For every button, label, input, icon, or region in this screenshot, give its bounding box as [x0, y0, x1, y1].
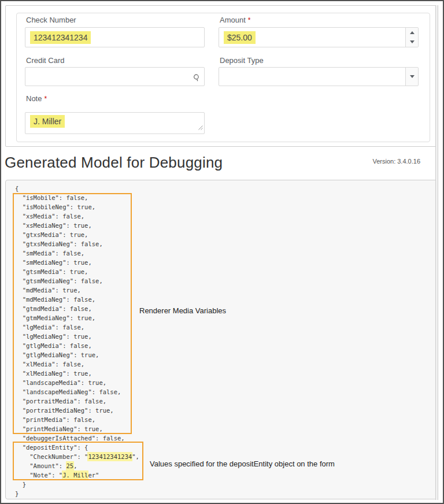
page: Check Number 123412341234 Amount* $25.00… [0, 0, 444, 504]
check-number-input[interactable]: 123412341234 [25, 27, 205, 47]
code-line: } [15, 480, 139, 489]
code-line: "Amount": 25, [15, 461, 139, 470]
note-textarea[interactable]: J. Miller [25, 112, 205, 134]
chevron-down-icon [410, 75, 415, 78]
code-line: "gtmMediaNeg": true, [15, 313, 139, 323]
arrow-down-icon [410, 40, 415, 43]
code-line: "isMobile": false, [15, 193, 139, 202]
note-label-text: Note [26, 94, 42, 103]
code-line: "smMedia": false, [15, 249, 139, 258]
spin-up-button[interactable] [406, 28, 418, 38]
code-line: "gtxsMedia": true, [15, 230, 139, 239]
code-line: "xsMedia": false, [15, 212, 139, 221]
arrow-up-icon [410, 31, 415, 34]
version-label: Version: 3.4.0.16 [372, 158, 420, 165]
credit-card-input[interactable] [25, 67, 205, 86]
deposit-type-label: Deposit Type [220, 56, 264, 65]
highlighted-value: J. Mill [62, 470, 88, 480]
code-line: "gtxsMediaNeg": false, [15, 239, 139, 249]
code-line: "gtmdMedia": false, [15, 304, 139, 313]
code-line: "smMediaNeg": true, [15, 258, 139, 267]
dropdown-button[interactable] [405, 68, 418, 86]
code-line: "printMedia": false, [15, 415, 139, 424]
resize-handle-icon[interactable] [198, 122, 203, 132]
code-line: "xlMediaNeg": true, [15, 369, 139, 378]
note-label: Note* [26, 94, 47, 103]
amount-input[interactable]: $25.00 [219, 27, 419, 47]
code-line: "gtlgMedia": false, [15, 341, 139, 350]
code-line: "printMediaNeg": true, [15, 424, 139, 433]
code-line: "Note": "J. Miller" [15, 470, 139, 480]
code-line: "gtsmMediaNeg": false, [15, 276, 139, 286]
deposit-type-select[interactable] [219, 67, 419, 86]
deposit-form-panel: Check Number 123412341234 Amount* $25.00… [16, 13, 430, 142]
code-line: "lgMedia": false, [15, 323, 139, 332]
code-line: "mdMedia": true, [15, 286, 139, 295]
code-line: "mdMediaNeg": false, [15, 295, 139, 304]
code-line: "lgMediaNeg": true, [15, 332, 139, 341]
page-title: Generated Model for Debugging [5, 154, 223, 172]
credit-card-label: Credit Card [26, 56, 64, 65]
deposit-entity-annotation: Values specified for the depositEntity o… [150, 459, 335, 468]
code-line: "CheckNumber": "123412341234", [15, 452, 139, 461]
highlighted-value: 25 [66, 461, 75, 470]
deposit-type-label-text: Deposit Type [220, 56, 264, 65]
code-line: "portraitMedia": false, [15, 396, 139, 406]
required-asterisk: * [44, 95, 47, 103]
code-line: "landscapeMedia": true, [15, 378, 139, 387]
deposit-form-card: Check Number 123412341234 Amount* $25.00… [5, 5, 438, 147]
code-line: "gtsmMedia": true, [15, 267, 139, 276]
code-line: "debuggerIsAttached": false, [15, 433, 139, 443]
check-number-value: 123412341234 [30, 31, 91, 44]
search-icon[interactable] [193, 73, 201, 84]
code-line: { [15, 184, 139, 193]
code-line: "landscapeMediaNeg": false, [15, 387, 139, 396]
code-line: "depositEntity": { [15, 443, 139, 452]
required-asterisk: * [248, 16, 251, 24]
amount-label: Amount* [220, 16, 250, 24]
debug-model-code-block: { "isMobile": false, "isMobileNeg": true… [5, 180, 438, 499]
note-value: J. Miller [30, 115, 65, 128]
amount-label-text: Amount [220, 16, 246, 24]
check-number-label-text: Check Number [26, 16, 76, 24]
credit-card-label-text: Credit Card [26, 56, 64, 65]
code-line: "gtlgMediaNeg": true, [15, 350, 139, 360]
code-lines: { "isMobile": false, "isMobileNeg": true… [15, 184, 139, 498]
scrollbar-track[interactable] [435, 5, 438, 500]
code-line: "isMobileNeg": true, [15, 202, 139, 212]
code-line: "xlMedia": false, [15, 360, 139, 369]
amount-spinner [405, 28, 418, 47]
highlighted-value: 123412341234 [87, 452, 132, 461]
amount-value: $25.00 [224, 31, 256, 44]
code-line: "portraitMediaNeg": true, [15, 406, 139, 415]
code-line: } [15, 489, 139, 498]
spin-down-button[interactable] [406, 38, 418, 47]
code-line: "xsMediaNeg": true, [15, 221, 139, 230]
check-number-label: Check Number [26, 16, 76, 24]
media-variables-annotation: Renderer Media Variables [139, 306, 226, 315]
